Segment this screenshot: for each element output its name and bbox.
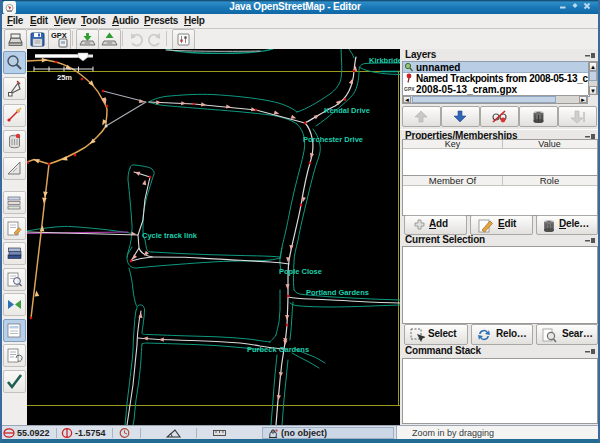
svg-text:Porchester Drive: Porchester Drive xyxy=(303,135,363,144)
svg-text:Portland Gardens: Portland Gardens xyxy=(306,288,369,297)
svg-text:Cycle track link: Cycle track link xyxy=(142,231,198,240)
svg-text:Kirkbride: Kirkbride xyxy=(369,56,400,65)
svg-text:Pople Close: Pople Close xyxy=(279,267,322,276)
svg-text:25m: 25m xyxy=(57,73,72,82)
svg-text:Kendal Drive: Kendal Drive xyxy=(324,106,370,115)
svg-text:Purbeck Gardens: Purbeck Gardens xyxy=(247,345,309,354)
